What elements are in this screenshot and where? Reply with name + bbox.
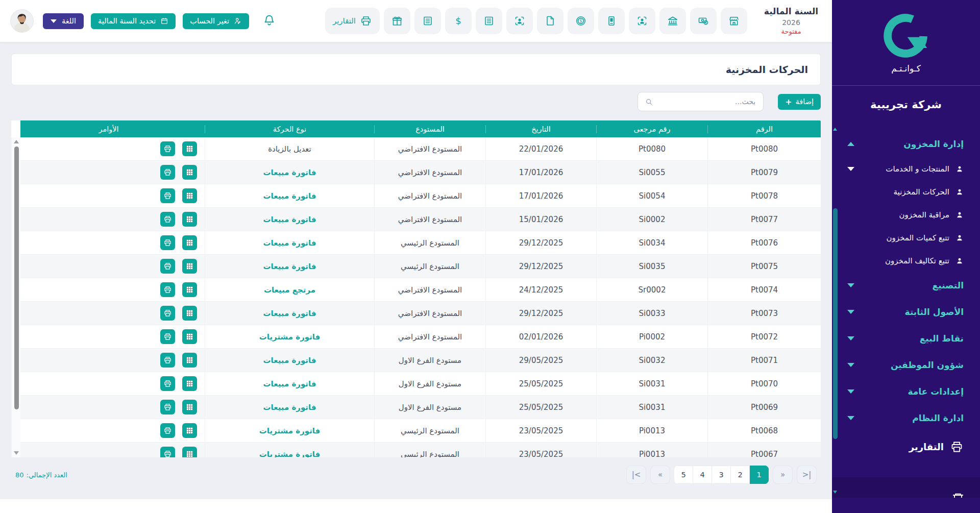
sidebar-bottom-item[interactable] xyxy=(832,477,980,498)
row-print-button[interactable] xyxy=(160,259,175,274)
movement-type-link[interactable]: فاتورة مبيعات xyxy=(263,262,316,271)
movement-type-link[interactable]: فاتورة مبيعات xyxy=(263,238,316,248)
bank-button[interactable] xyxy=(659,8,686,34)
sidebar-item-employee-affairs[interactable]: شؤون الموظفين xyxy=(832,352,980,378)
cash-button[interactable]: $ xyxy=(690,8,717,34)
row-print-button[interactable] xyxy=(160,353,175,368)
pagination-page-5[interactable]: 5 xyxy=(674,466,693,484)
row-details-button[interactable] xyxy=(182,141,197,156)
table-scrollbar-thumb[interactable] xyxy=(14,146,19,409)
row-details-button[interactable] xyxy=(182,259,197,274)
q-logo-icon xyxy=(883,12,929,59)
row-details-button[interactable] xyxy=(182,306,197,321)
table-scrollbar[interactable] xyxy=(11,137,20,457)
employee-button[interactable] xyxy=(629,8,655,34)
pagination-previous-button[interactable]: « xyxy=(650,466,670,484)
sidebar-item-manufacturing[interactable]: التصنيع xyxy=(832,272,980,299)
sidebar-item-points-of-sale[interactable]: نقاط البيع xyxy=(832,325,980,352)
sidebar-item-products-services[interactable]: المنتجات و الخدمات xyxy=(832,157,980,180)
scroll-up-icon[interactable] xyxy=(833,128,837,131)
language-button[interactable]: اللغة xyxy=(43,13,84,29)
row-print-button[interactable] xyxy=(160,423,175,438)
sidebar-scrollbar[interactable] xyxy=(833,128,838,494)
notifications-button[interactable] xyxy=(262,13,276,29)
change-account-button[interactable]: تغير الحساب xyxy=(183,13,249,29)
row-print-button[interactable] xyxy=(160,306,175,321)
pagination-next-button[interactable]: » xyxy=(773,466,793,484)
row-details-button[interactable] xyxy=(182,329,197,344)
row-print-button[interactable] xyxy=(160,329,175,344)
table-row: Pt0076Si003429/12/2025المستودع الرئيسيفا… xyxy=(20,231,821,255)
pagination-first-button[interactable]: |< xyxy=(626,466,646,484)
document-button[interactable] xyxy=(537,8,564,34)
reports-button[interactable]: التقارير xyxy=(325,8,380,34)
gift-button[interactable] xyxy=(384,8,410,34)
row-print-button[interactable] xyxy=(160,447,175,457)
row-print-button[interactable] xyxy=(160,165,175,180)
row-print-button[interactable] xyxy=(160,400,175,414)
row-details-button[interactable] xyxy=(182,400,197,414)
row-print-button[interactable] xyxy=(160,212,175,227)
cell-date: 29/12/2025 xyxy=(485,302,596,325)
list-button[interactable] xyxy=(414,8,441,34)
row-details-button[interactable] xyxy=(182,165,197,180)
sidebar-item-stock-monitoring[interactable]: مراقبة المخزون xyxy=(832,203,980,226)
row-print-button[interactable] xyxy=(160,376,175,391)
sidebar-item-general-settings[interactable]: إعدادات عامة xyxy=(832,378,980,405)
row-details-button[interactable] xyxy=(182,447,197,457)
scroll-up-icon[interactable] xyxy=(14,140,19,143)
row-print-button[interactable] xyxy=(160,188,175,203)
movement-type-link[interactable]: فاتورة مبيعات xyxy=(263,379,316,388)
table-row: Pt0072Pi000202/01/2026المستودع الافتراضي… xyxy=(20,325,821,349)
cell-date: 29/12/2025 xyxy=(485,231,596,254)
cell-warehouse: مستودع الفرع الاول xyxy=(374,349,485,372)
movement-type-link[interactable]: فاتورة مبيعات xyxy=(263,403,316,412)
pagination-page-2[interactable]: 2 xyxy=(730,466,750,484)
movement-type-link[interactable]: فاتورة مشتريات xyxy=(259,426,321,435)
select-fiscal-year-button[interactable]: تحديد السنة المالية xyxy=(91,13,176,29)
row-print-button[interactable] xyxy=(160,282,175,297)
sidebar-item-stock-movements[interactable]: الحركات المخزنية xyxy=(832,180,980,203)
sidebar-item-stock-quantity-tracking[interactable]: تتبع كميات المخزون xyxy=(832,226,980,249)
sidebar-scrollbar-thumb[interactable] xyxy=(833,208,838,439)
row-print-button[interactable] xyxy=(160,141,175,156)
sidebar-item-system-administration[interactable]: ادارة النظام xyxy=(832,405,980,431)
movement-type-link[interactable]: فاتورة مبيعات xyxy=(263,215,316,224)
cell-number: Pt0067 xyxy=(707,443,821,457)
grid-icon xyxy=(185,144,194,153)
movement-type-link[interactable]: فاتورة مبيعات xyxy=(263,191,316,201)
movement-type-link[interactable]: مرتجع مبيعات xyxy=(264,285,315,295)
coin-button[interactable]: $ xyxy=(568,8,594,34)
sidebar-item-reports[interactable]: التقارير xyxy=(832,431,980,462)
sidebar-item-fixed-assets[interactable]: الأصول الثابتة xyxy=(832,299,980,325)
cell-warehouse: المستودع الرئيسي xyxy=(374,255,485,278)
row-details-button[interactable] xyxy=(182,188,197,203)
store-button[interactable] xyxy=(721,8,747,34)
movement-type-link[interactable]: فاتورة مبيعات xyxy=(263,309,316,318)
row-details-button[interactable] xyxy=(182,235,197,250)
row-details-button[interactable] xyxy=(182,282,197,297)
row-details-button[interactable] xyxy=(182,353,197,368)
sidebar-item-inventory-management[interactable]: إدارة المخزون xyxy=(832,131,980,157)
row-details-button[interactable] xyxy=(182,212,197,227)
sidebar-item-stock-cost-tracking[interactable]: تتبع تكاليف المخزون xyxy=(832,249,980,272)
pagination-page-1[interactable]: 1 xyxy=(749,466,769,484)
pagination-page-4[interactable]: 4 xyxy=(693,466,712,484)
customer-button[interactable] xyxy=(506,8,533,34)
add-button[interactable]: + إضافة xyxy=(778,94,821,110)
row-details-button[interactable] xyxy=(182,423,197,438)
movement-type-link[interactable]: فاتورة مبيعات xyxy=(263,356,316,365)
row-print-button[interactable] xyxy=(160,235,175,250)
movement-type-link[interactable]: فاتورة مشتريات xyxy=(259,450,321,458)
id-card-button[interactable] xyxy=(598,8,625,34)
dollar-button[interactable]: $ xyxy=(445,8,472,34)
scroll-down-icon[interactable] xyxy=(14,451,19,455)
movement-type-link[interactable]: فاتورة مبيعات xyxy=(263,168,316,177)
user-avatar[interactable] xyxy=(10,9,34,33)
movement-type-link[interactable]: فاتورة مشتريات xyxy=(259,332,321,341)
search-input[interactable] xyxy=(657,97,756,106)
invoice-button[interactable] xyxy=(476,8,502,34)
pagination-last-button[interactable]: >| xyxy=(797,466,817,484)
pagination-page-3[interactable]: 3 xyxy=(712,466,731,484)
row-details-button[interactable] xyxy=(182,376,197,391)
